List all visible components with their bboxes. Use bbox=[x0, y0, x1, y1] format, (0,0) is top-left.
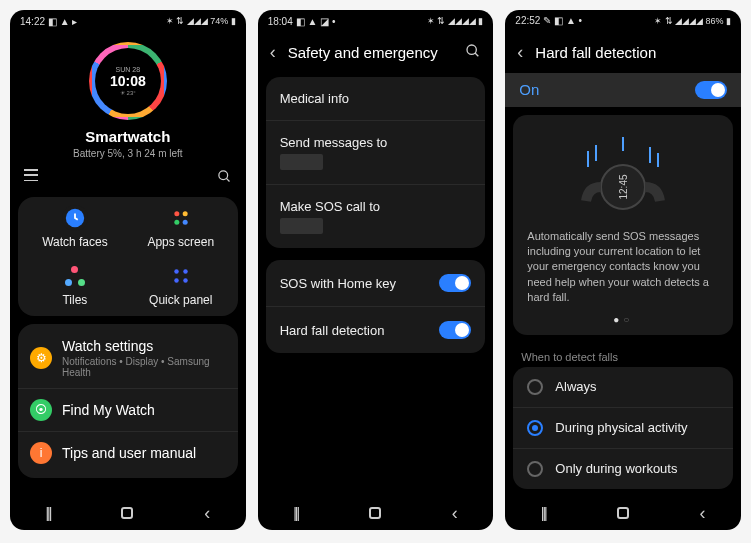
watch-date: SUN 28 bbox=[116, 66, 141, 73]
screen-hard-fall: 22:52 ✎ ◧ ▲ • ✶ ⇅ ◢◢◢◢ 86% ▮ ‹ Hard fall… bbox=[505, 10, 741, 530]
page-title: Safety and emergency bbox=[288, 44, 454, 61]
detect-options: Always During physical activity Only dur… bbox=[513, 367, 733, 489]
row-label: SOS with Home key bbox=[280, 276, 396, 291]
row-label: Hard fall detection bbox=[280, 323, 385, 338]
apps-screen-button[interactable]: Apps screen bbox=[128, 205, 234, 249]
back-button[interactable]: ‹ bbox=[204, 503, 210, 524]
menu-icon[interactable] bbox=[24, 169, 38, 181]
device-name: Smartwatch bbox=[10, 128, 246, 145]
clock-icon bbox=[62, 205, 88, 231]
grid-label: Quick panel bbox=[149, 293, 212, 307]
info-icon: i bbox=[30, 442, 52, 464]
option-activity[interactable]: During physical activity bbox=[513, 408, 733, 449]
status-time: 14:22 bbox=[20, 16, 45, 27]
toggle-switch[interactable] bbox=[695, 81, 727, 99]
screen-wearable-app: 14:22 ◧ ▲ ▸ ✶ ⇅ ◢◢◢ 74% ▮ SUN 28 10:08 ☀… bbox=[10, 10, 246, 530]
row-label: Make SOS call to bbox=[280, 199, 380, 214]
tiles-button[interactable]: Tiles bbox=[22, 263, 128, 307]
apps-icon bbox=[168, 205, 194, 231]
tiles-icon bbox=[62, 263, 88, 289]
navigation-bar: ||| ‹ bbox=[258, 496, 494, 530]
description-text: Automatically send SOS messages includin… bbox=[527, 229, 719, 306]
status-notif-icons: ✎ ◧ ▲ • bbox=[543, 15, 582, 26]
radio-icon bbox=[527, 420, 543, 436]
redacted-value bbox=[280, 218, 323, 234]
watch-faces-button[interactable]: Watch faces bbox=[22, 205, 128, 249]
svg-point-0 bbox=[219, 171, 228, 180]
master-toggle-row[interactable]: On bbox=[505, 73, 741, 107]
option-label: Always bbox=[555, 379, 596, 394]
send-messages-row[interactable]: Send messages to bbox=[266, 121, 486, 185]
recents-button[interactable]: ||| bbox=[293, 505, 298, 521]
find-my-watch-row[interactable]: ⦿ Find My Watch bbox=[18, 389, 238, 432]
watch-time: 10:08 bbox=[110, 73, 146, 89]
sos-toggles-section: SOS with Home key Hard fall detection bbox=[266, 260, 486, 353]
navigation-bar: ||| ‹ bbox=[505, 497, 741, 530]
page-title: Hard fall detection bbox=[535, 44, 729, 61]
svg-point-11 bbox=[467, 45, 476, 54]
option-workouts[interactable]: Only during workouts bbox=[513, 449, 733, 489]
page-header: ‹ Safety and emergency bbox=[258, 32, 494, 73]
status-time: 18:04 bbox=[268, 16, 293, 27]
svg-line-1 bbox=[226, 178, 229, 181]
sos-home-key-row[interactable]: SOS with Home key bbox=[266, 260, 486, 307]
row-label: Medical info bbox=[280, 91, 349, 106]
back-icon[interactable]: ‹ bbox=[517, 42, 523, 63]
location-icon: ⦿ bbox=[30, 399, 52, 421]
toggle-switch[interactable] bbox=[439, 321, 471, 339]
page-header: ‹ Hard fall detection bbox=[505, 32, 741, 73]
svg-point-10 bbox=[183, 279, 188, 284]
option-label: Only during workouts bbox=[555, 461, 677, 476]
tips-row[interactable]: i Tips and user manual bbox=[18, 432, 238, 474]
row-label: Send messages to bbox=[280, 135, 388, 150]
svg-point-8 bbox=[183, 270, 188, 275]
illus-time: 12:45 bbox=[618, 174, 629, 199]
info-card: 12:45 Automatically send SOS messages in… bbox=[513, 115, 733, 335]
status-bar: 14:22 ◧ ▲ ▸ ✶ ⇅ ◢◢◢ 74% ▮ bbox=[10, 10, 246, 32]
svg-point-5 bbox=[174, 220, 179, 225]
recents-button[interactable]: ||| bbox=[45, 505, 50, 521]
quick-panel-button[interactable]: Quick panel bbox=[128, 263, 234, 307]
on-label: On bbox=[519, 81, 539, 98]
svg-point-3 bbox=[174, 211, 179, 216]
settings-list: ⚙ Watch settings Notifications • Display… bbox=[18, 324, 238, 478]
search-icon[interactable] bbox=[465, 43, 481, 63]
row-title: Watch settings bbox=[62, 338, 226, 354]
grid-label: Apps screen bbox=[147, 235, 214, 249]
option-always[interactable]: Always bbox=[513, 367, 733, 408]
watch-face-preview[interactable]: SUN 28 10:08 ☀ 23° bbox=[89, 42, 167, 120]
back-button[interactable]: ‹ bbox=[700, 503, 706, 524]
home-button[interactable] bbox=[121, 507, 133, 519]
recents-button[interactable]: ||| bbox=[541, 505, 546, 521]
status-notif-icons: ◧ ▲ ◪ • bbox=[296, 16, 336, 27]
row-title: Tips and user manual bbox=[62, 445, 226, 461]
hard-fall-row[interactable]: Hard fall detection bbox=[266, 307, 486, 353]
screen-safety-emergency: 18:04 ◧ ▲ ◪ • ✶ ⇅ ◢◢◢◢ ▮ ‹ Safety and em… bbox=[258, 10, 494, 530]
battery-status: Battery 5%, 3 h 24 m left bbox=[10, 148, 246, 159]
status-bar: 18:04 ◧ ▲ ◪ • ✶ ⇅ ◢◢◢◢ ▮ bbox=[258, 10, 494, 32]
toggle-switch[interactable] bbox=[439, 274, 471, 292]
status-right-icons: ✶ ⇅ ◢◢◢ 74% ▮ bbox=[166, 16, 236, 26]
svg-point-9 bbox=[174, 279, 179, 284]
home-button[interactable] bbox=[617, 507, 629, 519]
quick-panel-icon bbox=[168, 263, 194, 289]
back-button[interactable]: ‹ bbox=[452, 503, 458, 524]
svg-line-12 bbox=[475, 53, 478, 56]
watch-settings-row[interactable]: ⚙ Watch settings Notifications • Display… bbox=[18, 328, 238, 389]
radio-icon bbox=[527, 379, 543, 395]
medical-info-row[interactable]: Medical info bbox=[266, 77, 486, 121]
home-button[interactable] bbox=[369, 507, 381, 519]
back-icon[interactable]: ‹ bbox=[270, 42, 276, 63]
sos-call-row[interactable]: Make SOS call to bbox=[266, 185, 486, 248]
row-subtitle: Notifications • Display • Samsung Health bbox=[62, 356, 226, 378]
redacted-value bbox=[280, 154, 323, 170]
grid-label: Tiles bbox=[62, 293, 87, 307]
status-right-icons: ✶ ⇅ ◢◢◢◢ ▮ bbox=[427, 16, 484, 26]
watch-illustration: 12:45 bbox=[527, 129, 719, 219]
grid-label: Watch faces bbox=[42, 235, 108, 249]
watch-weather: ☀ 23° bbox=[120, 89, 136, 96]
emergency-info-section: Medical info Send messages to Make SOS c… bbox=[266, 77, 486, 248]
option-label: During physical activity bbox=[555, 420, 687, 435]
search-icon[interactable] bbox=[217, 169, 232, 187]
svg-point-6 bbox=[182, 220, 187, 225]
